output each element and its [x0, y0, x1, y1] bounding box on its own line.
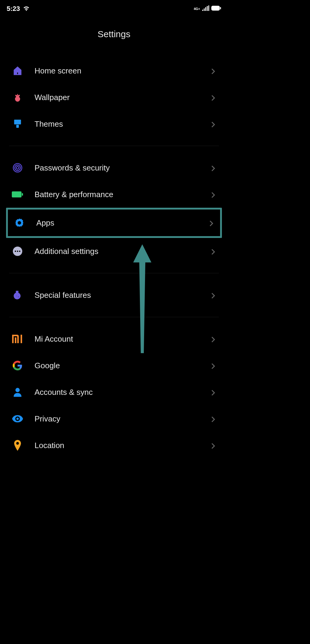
settings-item-label: Apps: [36, 218, 198, 228]
settings-item-home-screen[interactable]: Home screen: [9, 57, 219, 84]
svg-point-6: [15, 165, 20, 171]
google-icon: [12, 359, 24, 372]
svg-point-15: [18, 296, 19, 297]
flask-icon: [12, 289, 24, 301]
settings-item-label: Special features: [35, 291, 200, 300]
svg-rect-1: [220, 7, 221, 9]
settings-item-location[interactable]: Location: [9, 432, 219, 459]
settings-item-apps[interactable]: Apps: [8, 210, 220, 236]
settings-item-label: Additional settings: [35, 247, 200, 256]
settings-item-label: Privacy: [35, 414, 200, 424]
settings-item-special-features[interactable]: Special features: [9, 282, 219, 308]
svg-rect-8: [12, 191, 21, 197]
settings-item-google[interactable]: Google: [9, 352, 219, 379]
gear-icon: [13, 217, 25, 229]
svg-point-13: [17, 251, 18, 252]
settings-item-mi-account[interactable]: Mi Account: [9, 326, 219, 352]
chevron-right-icon: [211, 292, 216, 298]
pin-icon: [12, 439, 24, 451]
svg-rect-0: [211, 6, 220, 11]
chevron-right-icon: [211, 363, 216, 368]
svg-point-14: [19, 251, 21, 252]
svg-rect-17: [21, 335, 22, 343]
svg-point-12: [15, 251, 16, 252]
battery-icon: [12, 188, 24, 200]
wifi-icon: [23, 5, 30, 13]
svg-point-7: [16, 167, 19, 169]
divider: [9, 273, 219, 273]
eye-icon: [12, 413, 24, 425]
settings-item-accounts-sync[interactable]: Accounts & sync: [9, 379, 219, 405]
fingerprint-icon: [12, 162, 24, 174]
settings-item-battery-performance[interactable]: Battery & performance: [9, 181, 219, 208]
svg-rect-4: [16, 125, 19, 128]
network-label: 4G+: [194, 7, 200, 11]
svg-point-10: [18, 221, 21, 224]
settings-item-label: Accounts & sync: [35, 388, 200, 397]
settings-item-label: Wallpaper: [35, 93, 200, 102]
settings-item-label: Passwords & security: [35, 163, 200, 173]
svg-point-19: [16, 418, 19, 420]
chevron-right-icon: [211, 443, 216, 448]
home-icon: [12, 65, 24, 77]
battery-icon: [211, 5, 221, 13]
chevron-right-icon: [211, 416, 216, 421]
settings-item-label: Home screen: [35, 66, 200, 76]
divider: [9, 146, 219, 146]
wallpaper-icon: [12, 91, 24, 103]
chevron-right-icon: [211, 249, 216, 254]
annotation-highlight-apps: Apps: [6, 208, 222, 238]
chevron-right-icon: [211, 95, 216, 100]
chevron-right-icon: [211, 389, 216, 395]
chevron-right-icon: [211, 192, 216, 197]
settings-item-label: Mi Account: [35, 334, 200, 344]
settings-group-display: Home screen Wallpaper Themes: [0, 57, 228, 137]
svg-rect-9: [22, 193, 23, 196]
svg-rect-3: [14, 120, 21, 125]
chevron-right-icon: [211, 121, 216, 127]
settings-item-label: Google: [35, 361, 200, 370]
user-icon: [12, 386, 24, 398]
svg-point-16: [16, 296, 17, 296]
settings-item-additional-settings[interactable]: Additional settings: [9, 238, 219, 265]
themes-icon: [12, 118, 24, 130]
chevron-right-icon: [209, 220, 215, 226]
settings-item-label: Battery & performance: [35, 190, 200, 199]
settings-item-label: Themes: [35, 119, 200, 129]
settings-group-accounts: Mi Account Google Accounts & sync: [0, 326, 228, 459]
settings-group-system: Passwords & security Battery & performan…: [0, 154, 228, 265]
svg-point-18: [15, 388, 20, 392]
chevron-right-icon: [211, 68, 216, 73]
settings-item-wallpaper[interactable]: Wallpaper: [9, 84, 219, 111]
signal-icon: [202, 5, 209, 13]
svg-rect-2: [17, 73, 18, 74]
settings-item-label: Location: [35, 441, 200, 450]
settings-item-passwords-security[interactable]: Passwords & security: [9, 154, 219, 181]
status-bar: 5:23 4G+: [0, 0, 228, 15]
settings-item-themes[interactable]: Themes: [9, 111, 219, 137]
chevron-right-icon: [211, 165, 216, 171]
page-title: Settings: [0, 15, 228, 57]
more-icon: [12, 245, 24, 257]
mi-logo-icon: [12, 333, 24, 345]
chevron-right-icon: [211, 336, 216, 342]
settings-group-features: Special features: [0, 282, 228, 308]
divider: [9, 317, 219, 317]
status-time: 5:23: [7, 5, 20, 13]
settings-item-privacy[interactable]: Privacy: [9, 405, 219, 432]
